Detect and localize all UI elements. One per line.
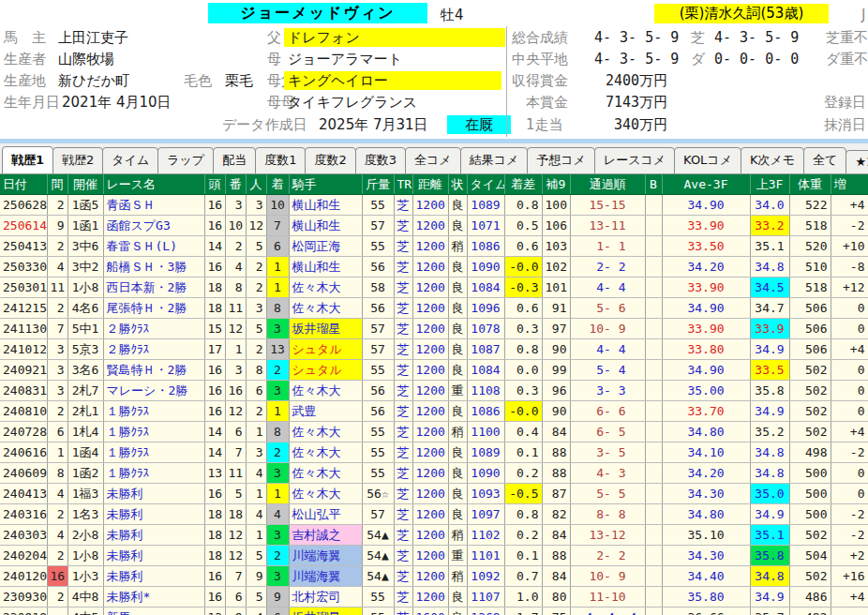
history-row-240204[interactable]: 24020421小8未勝利181252川端海翼54▲芝1200重11010.18…	[0, 546, 868, 566]
history-row-250614[interactable]: 25061491函1函館スプG31610127横山和生57芝1200良10710…	[0, 216, 868, 236]
cell-t: 芝	[394, 504, 412, 525]
per-run-label: 1走当	[526, 115, 563, 134]
cell-zg: 0	[831, 319, 868, 339]
tab-13[interactable]: KOLコメ	[674, 147, 741, 174]
history-row-240921[interactable]: 24092133名6賢島特Ｈ・2勝16382シュタル55芝1200良10840.…	[0, 360, 868, 381]
cell-h: 16	[204, 216, 225, 236]
cell-n: 5	[246, 236, 266, 257]
history-row-240609[interactable]: 24060981函2１勝ｸﾗｽ131143佐々木大55芝1200良10900.2…	[0, 463, 868, 484]
history-row-240616[interactable]: 24061611函4１勝ｸﾗｽ14732佐々木大55芝1200良10890.18…	[0, 442, 868, 463]
prize2-value: 7143万円	[562, 93, 667, 112]
cell-d: 240810	[0, 401, 47, 422]
granddam-value: タイキフレグランス	[288, 93, 417, 112]
cell-w: 58	[362, 278, 394, 298]
cell-f: 13	[266, 339, 289, 360]
cell-a3: 34.90	[662, 298, 750, 319]
cell-st: 良	[448, 608, 467, 615]
cell-b: 6	[225, 587, 246, 608]
history-row-240831[interactable]: 24083132札7マレーシ・2勝161663佐々木大56芝1200重11080…	[0, 381, 868, 401]
history-row-230930[interactable]: 23093024中8未勝利*16659北村宏司55芝1200良11071.080…	[0, 587, 868, 608]
data-date-value: 2025年 7月31日	[319, 115, 428, 134]
cell-B	[645, 504, 662, 525]
history-row-241215[interactable]: 24121524名6尾張特Ｈ・2勝181138佐々木大56芝1200良10960…	[0, 298, 868, 319]
cell-ps: 15-15	[570, 195, 645, 216]
history-row-241012[interactable]: 24101235京3２勝ｸﾗｽ171213シュタル57芝1200良10870.8…	[0, 339, 868, 360]
history-row-230918[interactable]: 2309184中5新馬13946坂井瑠星55芝1600良13681.775 4-…	[0, 608, 868, 615]
cell-B	[645, 401, 662, 422]
tab-1[interactable]: 戦歴1	[2, 146, 53, 174]
history-row-240303[interactable]: 24030342小8未勝利181213吉村誠之54▲芝1200稍11020.28…	[0, 525, 868, 546]
cell-di: 1200	[412, 504, 448, 525]
cell-g: 3	[47, 381, 67, 401]
cell-j: 佐々木大	[289, 484, 362, 504]
tab-10[interactable]: 結果コメ	[460, 147, 529, 174]
history-row-250628[interactable]: 25062821函5青函ＳＨ163310横山和生55芝1200良10890.81…	[0, 195, 868, 216]
tab-16[interactable]: ★1	[846, 150, 868, 174]
cell-g: 9	[47, 216, 67, 236]
cell-g: 1	[47, 442, 67, 463]
col-header-w: 斤量	[362, 174, 394, 195]
cell-st: 良	[448, 298, 467, 319]
history-row-240810[interactable]: 24081022札1１勝ｸﾗｽ161221武豊56芝1200良1086-0.09…	[0, 401, 868, 422]
history-header-row: 日付間開催レース名頭番人着騎手斤量TR距離状タイム着差補9通過順BAve-3F上…	[0, 174, 868, 195]
cell-b: 9	[225, 608, 246, 615]
history-row-241130[interactable]: 24113075中1２勝ｸﾗｽ151253坂井瑠星57芝1200良10780.3…	[0, 319, 868, 339]
tab-14[interactable]: K次メモ	[741, 147, 804, 174]
cell-f: 9	[266, 587, 289, 608]
tab-11[interactable]: 予想コメ	[527, 147, 595, 174]
cell-t: 芝	[394, 546, 412, 566]
tab-8[interactable]: 度数3	[355, 147, 406, 174]
cell-h: 16	[204, 566, 225, 587]
history-row-250330[interactable]: 25033043中2船橋ＳＨ・3勝16421横山和生56芝1200良1090-0…	[0, 257, 868, 278]
cell-zg: +4	[831, 339, 868, 360]
history-row-250413[interactable]: 25041323中6春雷ＳＨ(L)14256松岡正海55芝1200稍10860.…	[0, 236, 868, 257]
birthplace-value: 新ひだか町	[58, 71, 129, 90]
cell-g: 4	[47, 257, 67, 278]
tab-6[interactable]: 度数1	[255, 147, 306, 174]
tab-4[interactable]: ラップ	[157, 147, 214, 174]
cell-di: 1200	[412, 442, 448, 463]
history-row-240316[interactable]: 24031621名3未勝利181844松山弘平57芝1200良10970.882…	[0, 504, 868, 525]
cell-w: 55	[362, 236, 394, 257]
tab-5[interactable]: 配当	[213, 147, 256, 174]
col-header-b: 番	[225, 174, 246, 195]
tab-9[interactable]: 全コメ	[405, 147, 461, 174]
cell-u3: 34.9	[750, 504, 789, 525]
cell-b: 5	[225, 484, 246, 504]
cell-n: 2	[246, 278, 266, 298]
history-row-240120[interactable]: 240120161小3未勝利16793川端海翼54▲芝1200稍10920.78…	[0, 566, 868, 587]
cell-df: 0.4	[504, 422, 542, 442]
corner-label: J	[861, 6, 865, 24]
dam-label: 母	[267, 50, 281, 68]
cell-di: 1200	[412, 360, 448, 381]
cell-r: 未勝利	[103, 484, 204, 504]
cell-a3: 36.66	[662, 608, 750, 615]
cell-d: 240728	[0, 422, 47, 442]
prize1-label: 収得賞金	[512, 71, 568, 90]
cell-a3: 34.90	[662, 360, 750, 381]
cell-a3: 34.30	[662, 484, 750, 504]
cell-t: 芝	[394, 216, 412, 236]
cell-g: 2	[47, 504, 67, 525]
history-row-240413[interactable]: 24041341福3未勝利16511佐々木大56☆芝1200良1093-0.58…	[0, 484, 868, 504]
cell-ps: 4- 3	[570, 463, 645, 484]
cell-zg: +16	[831, 566, 868, 587]
tab-15[interactable]: 全て	[803, 147, 846, 174]
cell-g: 3	[47, 339, 67, 360]
cell-h: 16	[204, 257, 225, 278]
cell-a3: 34.20	[662, 463, 750, 484]
cell-n: 5	[246, 546, 266, 566]
col-header-df: 着差	[504, 174, 542, 195]
history-row-240728[interactable]: 24072861札4１勝ｸﾗｽ14618佐々木大55芝1200稍11000.48…	[0, 422, 868, 442]
tab-7[interactable]: 度数2	[305, 147, 355, 174]
tab-2[interactable]: 戦歴2	[52, 147, 103, 174]
cell-h: 13	[204, 608, 225, 615]
cell-d: 250330	[0, 257, 47, 278]
cell-n: 3	[246, 298, 266, 319]
cell-r: 函館スプG3	[103, 216, 204, 236]
history-row-250301[interactable]: 250301111小8西日本新・2勝18821佐々木大58芝1200良1084-…	[0, 278, 868, 298]
cell-g: 3	[47, 360, 67, 381]
tab-3[interactable]: タイム	[102, 147, 158, 174]
tab-12[interactable]: レースコメ	[594, 147, 675, 174]
breeder-value: 山際牧場	[58, 50, 114, 68]
